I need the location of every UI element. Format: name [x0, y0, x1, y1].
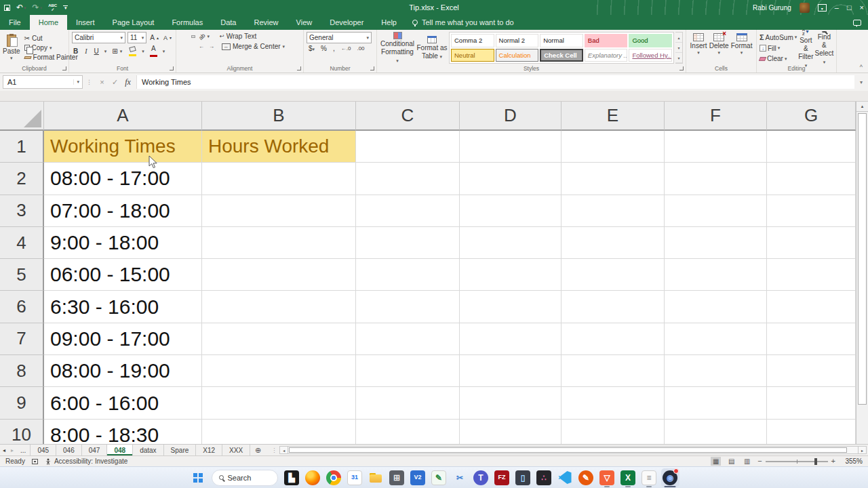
cell-A1[interactable]: Working Times — [44, 131, 202, 163]
cell-E2[interactable] — [561, 163, 665, 195]
taskbar-snipping-tool[interactable]: ✂ — [451, 468, 469, 487]
comments-icon[interactable] — [853, 20, 861, 26]
styles-gallery-scroll[interactable]: ▴▾▾ — [675, 32, 683, 64]
cell-D6[interactable] — [460, 291, 561, 323]
taskbar-chrome[interactable] — [325, 468, 343, 487]
tab-review[interactable]: Review — [245, 15, 287, 30]
cell-B2[interactable] — [202, 163, 356, 195]
cell-F9[interactable] — [665, 387, 767, 419]
cell-B9[interactable] — [202, 387, 356, 419]
italic-button[interactable]: I — [83, 47, 88, 56]
style-bad[interactable]: Bad — [585, 34, 628, 47]
taskbar-teams[interactable]: T — [472, 468, 490, 487]
cell-G4[interactable] — [767, 227, 856, 259]
tab-file[interactable]: File — [0, 15, 30, 30]
cell-D5[interactable] — [460, 259, 561, 291]
fill-button[interactable]: ↓Fill▾ — [760, 43, 797, 54]
undo-button[interactable]: ↶▾ — [16, 3, 26, 12]
cell-B5[interactable] — [202, 259, 356, 291]
row-header-10[interactable]: 10 — [0, 420, 44, 444]
taskbar-v-downloader[interactable]: ▽ — [598, 468, 616, 487]
bold-button[interactable]: B — [72, 47, 79, 56]
cell-E7[interactable] — [561, 323, 665, 355]
cell-C6[interactable] — [356, 291, 460, 323]
fill-color-button[interactable] — [127, 46, 138, 57]
sheet-tab-Spare[interactable]: Spare — [164, 445, 197, 455]
cell-G7[interactable] — [767, 323, 856, 355]
cell-A5[interactable]: 06:00 - 15:00 — [44, 259, 202, 291]
style-normal[interactable]: Normal — [540, 34, 583, 47]
ribbon-display-options-icon[interactable]: ▾ — [818, 4, 827, 12]
cell-A10[interactable]: 8:00 - 18:30 — [44, 420, 202, 444]
taskbar-search[interactable]: Search — [212, 470, 278, 486]
zoom-out-button[interactable]: − — [757, 458, 762, 465]
row-header-7[interactable]: 7 — [0, 323, 44, 355]
merge-center-button[interactable]: ↔Merge & Center▾ — [220, 42, 286, 51]
cell-E6[interactable] — [561, 291, 665, 323]
cell-C8[interactable] — [356, 355, 460, 387]
shrink-font-button[interactable]: A▾ — [162, 34, 173, 42]
alignment-dialog-launcher[interactable] — [297, 66, 301, 70]
row-header-3[interactable]: 3 — [0, 195, 44, 227]
cell-D8[interactable] — [460, 355, 561, 387]
style-check-cell[interactable]: Check Cell — [540, 49, 583, 62]
cell-E5[interactable] — [561, 259, 665, 291]
taskbar-vb-editor[interactable]: V2 — [409, 468, 427, 487]
column-header-F[interactable]: F — [665, 102, 767, 131]
horizontal-scroll-thumb[interactable] — [289, 447, 847, 453]
cell-G8[interactable] — [767, 355, 856, 387]
scroll-up-icon[interactable]: ▴ — [856, 102, 868, 112]
taskbar-davinci-resolve[interactable]: ∴ — [535, 468, 553, 487]
scroll-left-icon[interactable]: ◂ — [279, 446, 288, 454]
column-header-G[interactable]: G — [767, 102, 856, 131]
zoom-in-button[interactable]: + — [831, 458, 835, 465]
format-as-table-button[interactable]: Format as Table ▾ — [416, 32, 448, 64]
cell-B1[interactable]: Hours Worked — [202, 131, 356, 163]
minimize-button[interactable]: – — [835, 4, 839, 12]
bottom-align-button[interactable] — [191, 35, 195, 38]
cell-E10[interactable] — [561, 420, 665, 444]
avatar[interactable] — [800, 3, 810, 13]
redo-button[interactable]: ↷▾ — [33, 3, 43, 12]
page-layout-view-button[interactable]: ▤ — [726, 457, 736, 466]
font-color-button[interactable]: A — [149, 45, 159, 58]
number-dialog-launcher[interactable] — [370, 66, 374, 70]
tab-help[interactable]: Help — [372, 15, 406, 30]
customize-qat-button[interactable]: ▾ — [63, 5, 68, 9]
tab-page-layout[interactable]: Page Layout — [104, 15, 163, 30]
name-box-arrow-icon[interactable]: ▾ — [73, 79, 82, 85]
cell-D9[interactable] — [460, 387, 561, 419]
horizontal-scrollbar[interactable]: ⋮ ◂ ▸ — [271, 446, 867, 454]
horizontal-scroll-track[interactable] — [288, 446, 858, 454]
conditional-formatting-button[interactable]: Conditional Formatting ▾ — [380, 32, 415, 64]
row-header-4[interactable]: 4 — [0, 227, 44, 259]
cell-B7[interactable] — [202, 323, 356, 355]
column-header-A[interactable]: A — [44, 102, 202, 131]
cell-D7[interactable] — [460, 323, 561, 355]
restore-button[interactable]: □ — [847, 4, 852, 12]
cell-F10[interactable] — [665, 420, 767, 444]
taskbar-vscode[interactable] — [556, 468, 574, 487]
increase-indent-button[interactable]: → — [208, 43, 216, 50]
cell-G3[interactable] — [767, 195, 856, 227]
cell-F2[interactable] — [665, 163, 767, 195]
cell-A4[interactable]: 9:00 - 18:00 — [44, 227, 202, 259]
cell-E9[interactable] — [561, 387, 665, 419]
taskbar-firefox[interactable] — [304, 468, 322, 487]
find-select-button[interactable]: Find & Select ▾ — [815, 33, 834, 64]
taskbar-phone-link[interactable]: ▯ — [514, 468, 532, 487]
style-calculation[interactable]: Calculation — [496, 49, 539, 62]
taskbar-excel[interactable]: X — [619, 468, 637, 487]
cell-B10[interactable] — [202, 420, 356, 444]
style-explanatory-[interactable]: Explanatory ... — [585, 49, 628, 62]
page-break-view-button[interactable]: ▥ — [742, 457, 752, 466]
vertical-scrollbar[interactable]: ▴ — [856, 102, 868, 444]
row-header-8[interactable]: 8 — [0, 355, 44, 387]
sheet-tab-datax[interactable]: datax — [133, 445, 163, 455]
taskbar-photos-app[interactable]: ▙ — [283, 468, 301, 487]
cell-C5[interactable] — [356, 259, 460, 291]
cell-A3[interactable]: 07:00 - 18:00 — [44, 195, 202, 227]
cell-F6[interactable] — [665, 291, 767, 323]
clipboard-dialog-launcher[interactable] — [62, 66, 66, 70]
cell-F5[interactable] — [665, 259, 767, 291]
